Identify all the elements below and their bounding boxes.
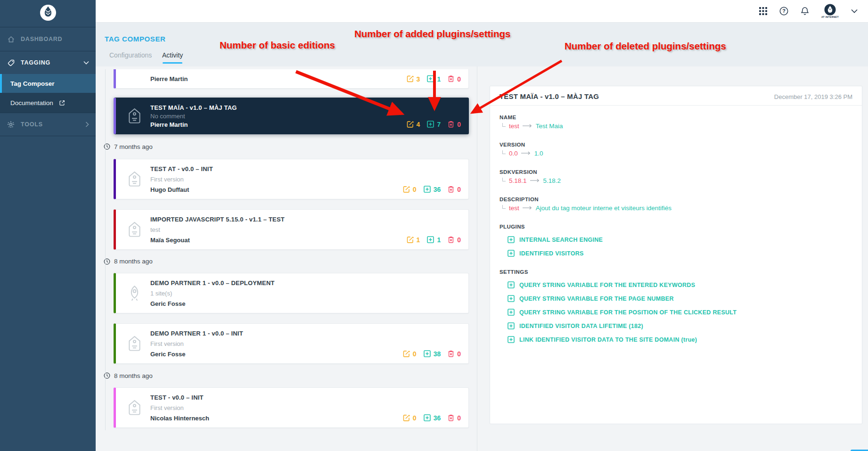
detail-change-row: 5.18.1 5.18.2 bbox=[500, 176, 852, 185]
tree-branch-icon bbox=[502, 150, 506, 154]
deletion-count: 0 bbox=[447, 414, 461, 422]
gear-icon bbox=[7, 121, 15, 128]
card-title: TEST - v0.0 – INIT bbox=[150, 394, 468, 401]
time-group-text: 7 months ago bbox=[114, 143, 153, 150]
chevron-right-icon bbox=[85, 122, 89, 127]
home-icon bbox=[7, 35, 15, 43]
trash-x-icon bbox=[447, 236, 455, 244]
active-item-accent bbox=[0, 74, 2, 93]
plus-square-icon bbox=[507, 295, 515, 303]
plus-square-icon bbox=[507, 249, 515, 257]
long-arrow-icon bbox=[523, 124, 532, 128]
edit-count: 0 bbox=[402, 414, 417, 422]
time-group-label: 8 months ago bbox=[103, 364, 471, 387]
plus-square-icon bbox=[507, 281, 515, 289]
addition-count: 1 bbox=[426, 236, 441, 244]
new-value: Ajout du tag moteur interne et visiteurs… bbox=[536, 205, 671, 212]
long-arrow-icon bbox=[523, 206, 532, 210]
sidebar-item-label: Documentation bbox=[10, 99, 53, 107]
activity-card[interactable]: DEMO PARTNER 1 - v0.0 – DEPLOYMENT 1 sit… bbox=[114, 273, 469, 313]
annotation-added-plugins: Number of added plugins/settings bbox=[354, 28, 510, 40]
sidebar-item-tools[interactable]: TOOLS bbox=[0, 113, 96, 136]
card-text: DEMO PARTNER 1 - v0.0 – DEPLOYMENT 1 sit… bbox=[116, 273, 468, 313]
activity-card[interactable]: Pierre Martin 3 1 0 bbox=[114, 69, 469, 89]
plus-square-icon bbox=[423, 414, 431, 422]
edit-count: 1 bbox=[406, 236, 420, 244]
detail-panel: TEST MAÏA - v1.0 – MÀJ TAG December 17, … bbox=[490, 86, 862, 424]
new-value: 5.18.2 bbox=[543, 177, 561, 184]
sidebar-item-tagging[interactable]: TAGGING bbox=[0, 51, 96, 74]
time-group-label: 7 months ago bbox=[103, 134, 471, 159]
trash-x-icon bbox=[447, 350, 455, 358]
tree-branch-icon bbox=[502, 205, 506, 209]
plus-square-icon bbox=[507, 336, 515, 344]
activity-card[interactable]: TEST MAÏA - v1.0 – MÀJ TAG No comment Pi… bbox=[114, 98, 469, 134]
notifications-bell-icon[interactable] bbox=[801, 7, 809, 16]
long-arrow-icon bbox=[521, 151, 531, 155]
plus-square-icon bbox=[426, 75, 434, 83]
edit-count: 0 bbox=[402, 350, 417, 358]
sidebar: DASHBOARD TAGGING Tag Composer Documenta… bbox=[0, 0, 96, 451]
activity-card[interactable]: DEMO PARTNER 1 - v0.0 – INIT First versi… bbox=[114, 323, 469, 364]
edit-count: 4 bbox=[406, 120, 420, 128]
page: { "sidebar": { "dashboard": "DASHBOARD",… bbox=[0, 0, 868, 451]
detail-change-section: VERSION 0.0 1.0 bbox=[500, 140, 852, 168]
sidebar-item-label: Tag Composer bbox=[10, 80, 55, 87]
trash-x-icon bbox=[447, 75, 455, 83]
old-value: test bbox=[509, 123, 519, 130]
old-value: 5.18.1 bbox=[509, 177, 527, 184]
trash-x-icon bbox=[447, 185, 455, 193]
new-value: 1.0 bbox=[534, 150, 543, 157]
edit-square-icon bbox=[402, 414, 410, 422]
sidebar-item-tag-composer[interactable]: Tag Composer bbox=[0, 74, 96, 93]
detail-change-row: 0.0 1.0 bbox=[500, 149, 852, 157]
card-title: DEMO PARTNER 1 - v0.0 – INIT bbox=[150, 330, 468, 337]
edit-count: 0 bbox=[402, 185, 417, 193]
help-icon[interactable]: ? bbox=[779, 7, 788, 16]
sidebar-item-dashboard[interactable]: DASHBOARD bbox=[0, 27, 96, 51]
account-label: AT INTERNET bbox=[821, 16, 839, 18]
detail-change-row: test Test Maia bbox=[500, 122, 852, 130]
added-item: QUERY STRING VARIABLE FOR THE ENTERED KE… bbox=[500, 278, 852, 292]
activity-card[interactable]: TEST - v0.0 – INIT First version Nicolas… bbox=[114, 387, 469, 428]
activity-card[interactable]: TEST AT - v0.0 – INIT First version Hugo… bbox=[114, 159, 469, 199]
trash-x-icon bbox=[447, 120, 455, 128]
tag-icon bbox=[127, 336, 142, 352]
added-item-label: IDENTIFIED VISITOR DATA LIFETIME (182) bbox=[519, 323, 643, 329]
edit-square-icon bbox=[406, 236, 414, 244]
card-title: IMPORTED JAVASCRIPT 5.15.0 - v1.1 – TEST bbox=[150, 216, 468, 223]
addition-count: 7 bbox=[426, 120, 441, 128]
tab-activity[interactable]: Activity bbox=[162, 51, 183, 59]
added-item: INTERNAL SEARCH ENGINE bbox=[500, 233, 852, 246]
account-chevron-down-icon[interactable] bbox=[851, 9, 858, 13]
plus-square-icon bbox=[423, 350, 431, 358]
change-counts: 0 36 0 bbox=[402, 414, 461, 422]
account-avatar[interactable]: AT INTERNET bbox=[821, 4, 839, 18]
tree-branch-icon bbox=[502, 123, 506, 127]
activity-card[interactable]: IMPORTED JAVASCRIPT 5.15.0 - v1.1 – TEST… bbox=[114, 209, 469, 250]
sidebar-item-documentation[interactable]: Documentation bbox=[0, 93, 96, 113]
edit-square-icon bbox=[402, 350, 410, 358]
added-item: QUERY STRING VARIABLE FOR THE PAGE NUMBE… bbox=[500, 292, 852, 305]
added-item-label: IDENTIFIED VISITORS bbox=[519, 250, 584, 257]
panel-separator bbox=[477, 66, 477, 451]
time-group-text: 8 months ago bbox=[114, 372, 153, 379]
sidebar-item-label: TAGGING bbox=[21, 59, 50, 66]
topbar: ? AT INTERNET bbox=[96, 0, 868, 23]
change-counts: 4 7 0 bbox=[406, 120, 461, 128]
card-comment: First version bbox=[150, 176, 468, 183]
edit-square-icon bbox=[406, 75, 414, 83]
detail-group-label: PLUGINS bbox=[500, 222, 852, 231]
external-link-icon bbox=[59, 100, 65, 106]
tab-configurations[interactable]: Configurations bbox=[109, 51, 152, 59]
divider bbox=[0, 136, 96, 136]
time-group-text: 8 months ago bbox=[114, 258, 153, 265]
detail-date: December 17, 2019 3:26 PM bbox=[774, 93, 852, 100]
tag-icon bbox=[127, 108, 142, 124]
main-content: TAG COMPOSER Configurations Activity Pie… bbox=[96, 23, 868, 451]
plus-square-icon bbox=[423, 185, 431, 193]
deletion-count: 0 bbox=[447, 350, 461, 358]
card-title: TEST AT - v0.0 – INIT bbox=[150, 165, 468, 172]
deletion-count: 0 bbox=[447, 75, 461, 83]
apps-grid-icon[interactable] bbox=[759, 7, 767, 15]
